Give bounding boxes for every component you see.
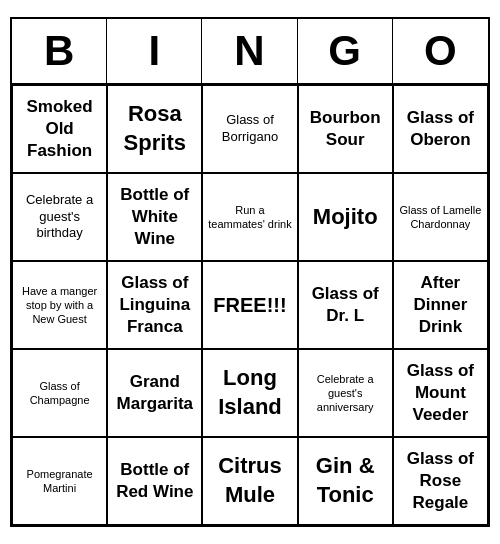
bingo-letter-o: O bbox=[393, 19, 488, 83]
bingo-cell-13: Glass of Dr. L bbox=[298, 261, 393, 349]
bingo-cell-18: Celebrate a guest's anniversary bbox=[298, 349, 393, 437]
bingo-cell-21: Bottle of Red Wine bbox=[107, 437, 202, 525]
bingo-cell-9: Glass of Lamelle Chardonnay bbox=[393, 173, 488, 261]
bingo-cell-11: Glass of Linguina Franca bbox=[107, 261, 202, 349]
bingo-cell-24: Glass of Rose Regale bbox=[393, 437, 488, 525]
bingo-cell-22: Citrus Mule bbox=[202, 437, 297, 525]
bingo-cell-8: Mojito bbox=[298, 173, 393, 261]
bingo-cell-20: Pomegranate Martini bbox=[12, 437, 107, 525]
bingo-cell-12: FREE!!! bbox=[202, 261, 297, 349]
bingo-cell-16: Grand Margarita bbox=[107, 349, 202, 437]
bingo-letter-b: B bbox=[12, 19, 107, 83]
bingo-card: BINGO Smoked Old FashionRosa SpritsGlass… bbox=[10, 17, 490, 527]
bingo-grid: Smoked Old FashionRosa SpritsGlass of Bo… bbox=[12, 85, 488, 525]
bingo-letter-n: N bbox=[202, 19, 297, 83]
bingo-cell-4: Glass of Oberon bbox=[393, 85, 488, 173]
bingo-cell-2: Glass of Borrigano bbox=[202, 85, 297, 173]
bingo-cell-1: Rosa Sprits bbox=[107, 85, 202, 173]
bingo-cell-7: Run a teammates' drink bbox=[202, 173, 297, 261]
bingo-letter-i: I bbox=[107, 19, 202, 83]
bingo-cell-0: Smoked Old Fashion bbox=[12, 85, 107, 173]
bingo-cell-3: Bourbon Sour bbox=[298, 85, 393, 173]
bingo-cell-6: Bottle of White Wine bbox=[107, 173, 202, 261]
bingo-cell-23: Gin & Tonic bbox=[298, 437, 393, 525]
bingo-cell-10: Have a manger stop by with a New Guest bbox=[12, 261, 107, 349]
bingo-header: BINGO bbox=[12, 19, 488, 85]
bingo-letter-g: G bbox=[298, 19, 393, 83]
bingo-cell-14: After Dinner Drink bbox=[393, 261, 488, 349]
bingo-cell-5: Celebrate a guest's birthday bbox=[12, 173, 107, 261]
bingo-cell-19: Glass of Mount Veeder bbox=[393, 349, 488, 437]
bingo-cell-17: Long Island bbox=[202, 349, 297, 437]
bingo-cell-15: Glass of Champagne bbox=[12, 349, 107, 437]
